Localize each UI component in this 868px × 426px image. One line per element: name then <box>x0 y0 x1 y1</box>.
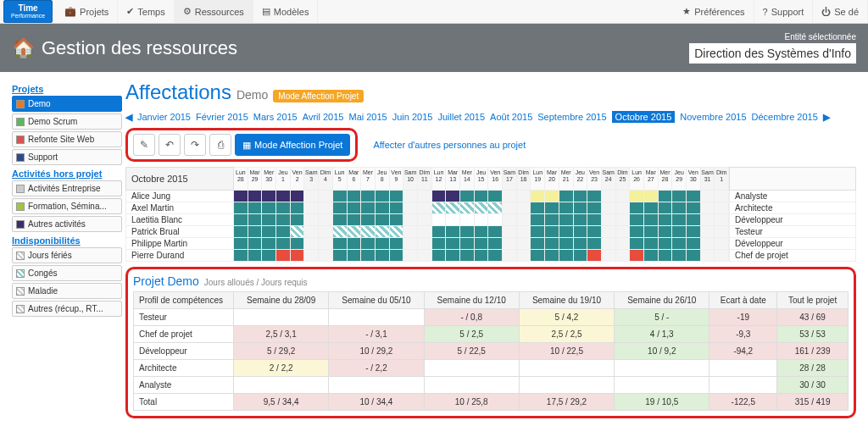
gantt-cell[interactable] <box>475 238 489 250</box>
gantt-cell[interactable] <box>672 238 687 250</box>
gantt-cell[interactable] <box>559 238 574 250</box>
gantt-cell[interactable] <box>616 202 631 214</box>
gantt-cell[interactable] <box>644 202 659 214</box>
month-link[interactable]: Novembre 2015 <box>680 112 746 122</box>
gantt-cell[interactable] <box>248 214 263 226</box>
sidebar-item-project-0[interactable]: Demo <box>12 96 122 112</box>
gantt-cell[interactable] <box>644 191 659 202</box>
gantt-cell[interactable] <box>446 250 460 262</box>
gantt-cell[interactable] <box>531 202 545 214</box>
gantt-cell[interactable] <box>574 226 588 238</box>
gantt-cell[interactable] <box>403 214 418 226</box>
gantt-cell[interactable] <box>291 191 305 202</box>
gantt-cell[interactable] <box>361 214 376 226</box>
nav-support[interactable]: ?Support <box>754 0 814 23</box>
nav-projets[interactable]: 💼Projets <box>56 0 118 23</box>
month-next[interactable]: ▶ <box>823 112 830 123</box>
gantt-cell[interactable] <box>333 238 348 250</box>
gantt-cell[interactable] <box>348 238 362 250</box>
gantt-cell[interactable] <box>602 250 616 262</box>
gantt-cell[interactable] <box>304 226 319 238</box>
gantt-cell[interactable] <box>687 202 701 214</box>
gantt-cell[interactable] <box>390 191 404 202</box>
gantt-cell[interactable] <box>333 250 348 262</box>
gantt-cell[interactable] <box>319 250 333 262</box>
nav-preferences[interactable]: ★Préférences <box>674 0 754 23</box>
gantt-cell[interactable] <box>262 226 276 238</box>
gantt-cell[interactable] <box>644 238 659 250</box>
gantt-cell[interactable] <box>701 238 715 250</box>
gantt-cell[interactable] <box>262 202 276 214</box>
gantt-cell[interactable] <box>672 191 687 202</box>
gantt-cell[interactable] <box>659 238 673 250</box>
gantt-cell[interactable] <box>587 191 602 202</box>
gantt-cell[interactable] <box>446 214 460 226</box>
gantt-cell[interactable] <box>488 226 503 238</box>
sidebar-item-project-3[interactable]: Support <box>12 149 122 165</box>
gantt-cell[interactable] <box>432 250 447 262</box>
gantt-cell[interactable] <box>319 214 333 226</box>
gantt-cell[interactable] <box>574 250 588 262</box>
gantt-cell[interactable] <box>715 226 729 238</box>
month-link[interactable]: Mars 2015 <box>253 112 298 122</box>
gantt-cell[interactable] <box>644 226 659 238</box>
gantt-cell[interactable] <box>559 191 574 202</box>
gantt-person-name[interactable]: Alice Jung <box>125 191 234 202</box>
gantt-cell[interactable] <box>630 214 644 226</box>
gantt-cell[interactable] <box>262 250 276 262</box>
gantt-cell[interactable] <box>687 226 701 238</box>
gantt-cell[interactable] <box>488 250 503 262</box>
gantt-cell[interactable] <box>503 250 517 262</box>
gantt-cell[interactable] <box>630 226 644 238</box>
gantt-cell[interactable] <box>574 238 588 250</box>
month-link[interactable]: Février 2015 <box>196 112 248 122</box>
gantt-cell[interactable] <box>348 214 362 226</box>
gantt-cell[interactable] <box>291 226 305 238</box>
gantt-cell[interactable] <box>418 238 432 250</box>
nav-ressources[interactable]: ⚙Ressources <box>175 0 253 23</box>
gantt-cell[interactable] <box>248 250 263 262</box>
month-link[interactable]: Juillet 2015 <box>437 112 485 122</box>
gantt-cell[interactable] <box>701 191 715 202</box>
gantt-cell[interactable] <box>659 214 673 226</box>
gantt-cell[interactable] <box>503 214 517 226</box>
gantt-cell[interactable] <box>630 238 644 250</box>
gantt-cell[interactable] <box>390 214 404 226</box>
gantt-cell[interactable] <box>545 226 559 238</box>
sidebar-item-activity-2[interactable]: Autres activités <box>12 216 122 232</box>
gantt-cell[interactable] <box>616 250 631 262</box>
gantt-cell[interactable] <box>390 202 404 214</box>
gantt-cell[interactable] <box>602 191 616 202</box>
gantt-cell[interactable] <box>446 191 460 202</box>
gantt-cell[interactable] <box>644 214 659 226</box>
gantt-cell[interactable] <box>503 226 517 238</box>
gantt-cell[interactable] <box>616 226 631 238</box>
gantt-cell[interactable] <box>687 191 701 202</box>
gantt-cell[interactable] <box>276 214 291 226</box>
gantt-cell[interactable] <box>488 202 503 214</box>
gantt-cell[interactable] <box>659 250 673 262</box>
sidebar-item-indispo-3[interactable]: Autres (récup., RT... <box>12 301 122 317</box>
gantt-cell[interactable] <box>616 191 631 202</box>
gantt-cell[interactable] <box>319 191 333 202</box>
gantt-cell[interactable] <box>276 202 291 214</box>
gantt-cell[interactable] <box>701 202 715 214</box>
gantt-cell[interactable] <box>531 238 545 250</box>
gantt-cell[interactable] <box>304 214 319 226</box>
gantt-cell[interactable] <box>460 214 475 226</box>
gantt-cell[interactable] <box>361 202 376 214</box>
nav-temps[interactable]: ✔Temps <box>118 0 174 23</box>
gantt-cell[interactable] <box>432 226 447 238</box>
gantt-cell[interactable] <box>403 250 418 262</box>
gantt-cell[interactable] <box>333 202 348 214</box>
gantt-cell[interactable] <box>545 250 559 262</box>
gantt-person-name[interactable]: Pierre Durand <box>125 250 234 262</box>
gantt-cell[interactable] <box>616 238 631 250</box>
gantt-cell[interactable] <box>390 238 404 250</box>
month-prev[interactable]: ◀ <box>125 112 132 123</box>
gantt-cell[interactable] <box>587 250 602 262</box>
gantt-cell[interactable] <box>531 250 545 262</box>
gantt-cell[interactable] <box>659 202 673 214</box>
gantt-cell[interactable] <box>715 191 729 202</box>
gantt-cell[interactable] <box>531 226 545 238</box>
